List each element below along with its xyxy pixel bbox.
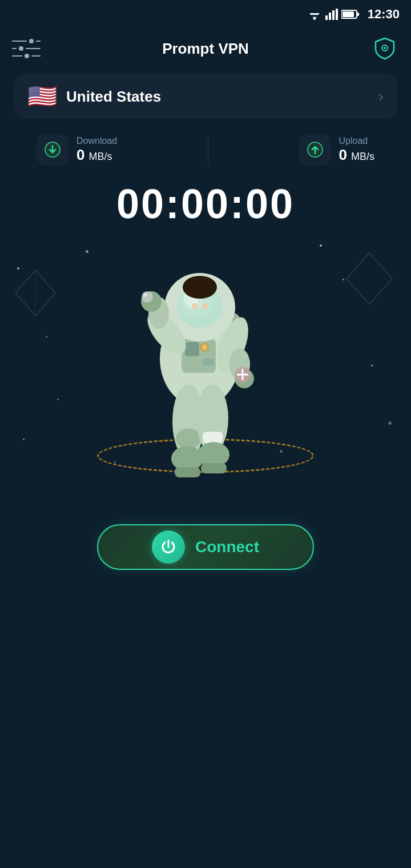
svg-rect-46 — [203, 432, 223, 443]
svg-point-30 — [192, 303, 198, 309]
star — [46, 336, 47, 337]
menu-button[interactable] — [14, 36, 39, 61]
svg-point-2 — [313, 17, 316, 20]
svg-rect-4 — [329, 13, 331, 20]
shield-button[interactable] — [372, 36, 397, 61]
shield-icon — [372, 36, 397, 61]
download-arrow-icon — [45, 142, 61, 158]
connect-button[interactable]: Connect — [97, 524, 314, 570]
illustration-area — [0, 222, 411, 519]
sliders-icon — [12, 39, 41, 58]
country-name: United States — [66, 88, 161, 106]
status-bar: 12:30 — [0, 0, 411, 29]
status-icons: 12:30 — [307, 7, 400, 22]
upload-value: 0 MB/s — [339, 146, 375, 164]
app-title: Prompt VPN — [162, 40, 249, 58]
status-time: 12:30 — [368, 7, 400, 22]
star — [86, 250, 88, 253]
svg-rect-44 — [175, 467, 200, 477]
connect-button-area: Connect — [0, 524, 411, 570]
svg-point-31 — [202, 303, 208, 309]
geo-shape-right — [344, 250, 395, 307]
signal-icon — [325, 9, 338, 20]
speed-stats: Download 0 MB/s Upload 0 MB/s — [14, 124, 397, 175]
svg-point-49 — [142, 291, 153, 303]
power-icon — [159, 538, 178, 556]
svg-point-29 — [183, 276, 217, 299]
download-info: Download 0 MB/s — [76, 136, 117, 164]
svg-rect-24 — [203, 359, 214, 365]
star — [57, 399, 59, 400]
svg-point-42 — [176, 428, 201, 449]
star — [388, 421, 392, 425]
geo-shape-left — [13, 267, 58, 319]
astronaut-svg — [120, 244, 291, 496]
battery-icon — [341, 9, 360, 19]
svg-point-11 — [384, 47, 386, 49]
svg-marker-16 — [346, 253, 392, 304]
svg-rect-48 — [201, 463, 227, 473]
wifi-icon — [307, 9, 322, 20]
upload-stats: Upload 0 MB/s — [299, 134, 375, 166]
power-button-inner — [152, 531, 185, 564]
chevron-right-icon: › — [378, 87, 384, 106]
star — [320, 244, 322, 247]
country-info: 🇺🇸 United States — [27, 85, 161, 108]
connection-timer: 00:00:00 — [0, 180, 411, 227]
svg-rect-6 — [336, 9, 338, 20]
svg-point-23 — [202, 344, 207, 350]
download-stats: Download 0 MB/s — [37, 134, 117, 166]
svg-point-50 — [143, 292, 147, 297]
star — [23, 439, 25, 440]
speed-divider — [208, 135, 208, 164]
country-flag: 🇺🇸 — [27, 85, 57, 108]
header: Prompt VPN — [0, 29, 411, 69]
svg-rect-5 — [332, 10, 335, 20]
star — [371, 364, 373, 367]
connect-label: Connect — [195, 538, 259, 556]
svg-rect-3 — [325, 15, 328, 20]
svg-rect-8 — [342, 11, 354, 17]
download-icon-box — [37, 134, 68, 166]
country-selector[interactable]: 🇺🇸 United States › — [14, 74, 397, 119]
upload-icon-box — [299, 134, 331, 166]
svg-rect-9 — [357, 13, 359, 16]
astronaut-illustration — [114, 239, 297, 501]
download-value: 0 MB/s — [76, 146, 117, 164]
upload-arrow-icon — [307, 142, 323, 158]
download-label: Download — [76, 136, 117, 146]
svg-rect-21 — [185, 342, 199, 356]
upload-label: Upload — [339, 136, 375, 146]
upload-info: Upload 0 MB/s — [339, 136, 375, 164]
